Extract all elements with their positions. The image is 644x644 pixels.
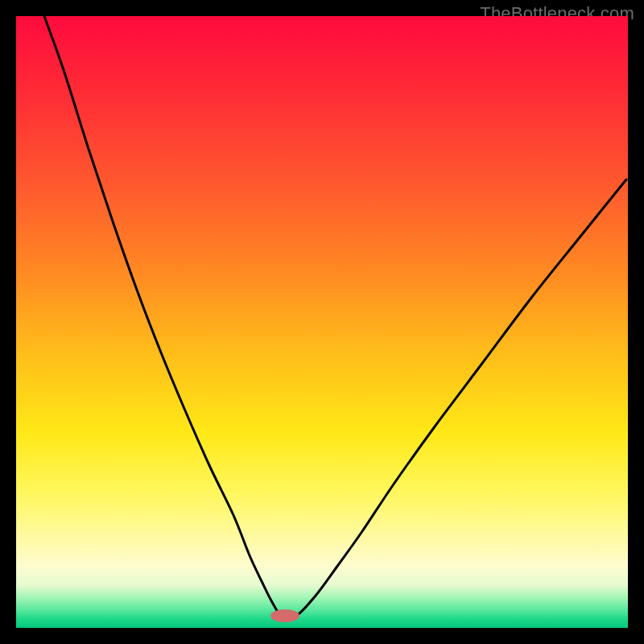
curve-layer xyxy=(16,16,628,628)
chart-stage: TheBottleneck.com xyxy=(0,0,644,644)
plot-area xyxy=(16,16,628,628)
optimal-point-marker xyxy=(270,609,299,622)
bottleneck-curve xyxy=(44,16,626,618)
